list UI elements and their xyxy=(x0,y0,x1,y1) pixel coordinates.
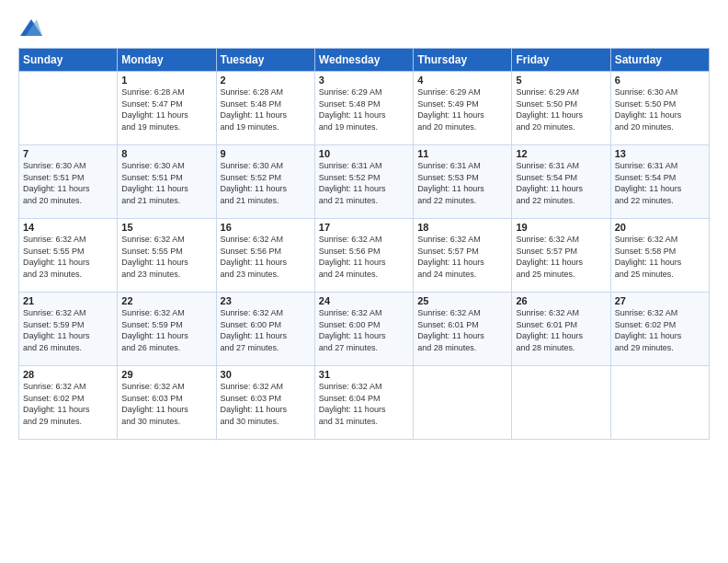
day-info: Sunrise: 6:31 AM Sunset: 5:52 PM Dayligh… xyxy=(319,160,409,206)
day-info: Sunrise: 6:30 AM Sunset: 5:51 PM Dayligh… xyxy=(121,160,211,206)
calendar-cell: 29Sunrise: 6:32 AM Sunset: 6:03 PM Dayli… xyxy=(118,366,216,440)
calendar-cell: 10Sunrise: 6:31 AM Sunset: 5:52 PM Dayli… xyxy=(314,145,413,219)
day-info: Sunrise: 6:29 AM Sunset: 5:49 PM Dayligh… xyxy=(417,86,507,132)
day-number: 30 xyxy=(221,369,311,380)
calendar-header-row: SundayMondayTuesdayWednesdayThursdayFrid… xyxy=(19,49,710,72)
day-info: Sunrise: 6:32 AM Sunset: 5:55 PM Dayligh… xyxy=(121,234,211,280)
calendar-cell: 14Sunrise: 6:32 AM Sunset: 5:55 PM Dayli… xyxy=(19,219,118,293)
day-info: Sunrise: 6:32 AM Sunset: 5:59 PM Dayligh… xyxy=(23,307,113,353)
calendar-cell: 31Sunrise: 6:32 AM Sunset: 6:04 PM Dayli… xyxy=(314,366,413,440)
calendar-cell: 21Sunrise: 6:32 AM Sunset: 5:59 PM Dayli… xyxy=(19,293,118,366)
day-number: 1 xyxy=(121,75,211,86)
calendar-cell: 7Sunrise: 6:30 AM Sunset: 5:51 PM Daylig… xyxy=(19,145,118,219)
day-number: 18 xyxy=(417,222,507,233)
calendar-cell: 25Sunrise: 6:32 AM Sunset: 6:01 PM Dayli… xyxy=(414,293,512,366)
day-number: 20 xyxy=(615,222,705,233)
day-number: 28 xyxy=(23,369,113,380)
calendar-cell xyxy=(610,366,709,440)
calendar-cell: 1Sunrise: 6:28 AM Sunset: 5:47 PM Daylig… xyxy=(118,72,216,145)
day-info: Sunrise: 6:28 AM Sunset: 5:47 PM Dayligh… xyxy=(121,86,211,132)
calendar-cell: 16Sunrise: 6:32 AM Sunset: 5:56 PM Dayli… xyxy=(216,219,314,293)
calendar-cell: 6Sunrise: 6:30 AM Sunset: 5:50 PM Daylig… xyxy=(610,72,709,145)
day-number: 4 xyxy=(417,75,507,86)
day-info: Sunrise: 6:32 AM Sunset: 6:03 PM Dayligh… xyxy=(121,381,211,427)
calendar-week-row: 28Sunrise: 6:32 AM Sunset: 6:02 PM Dayli… xyxy=(19,366,710,440)
calendar-cell: 5Sunrise: 6:29 AM Sunset: 5:50 PM Daylig… xyxy=(512,72,610,145)
day-info: Sunrise: 6:32 AM Sunset: 6:02 PM Dayligh… xyxy=(615,307,705,353)
day-number: 19 xyxy=(516,222,606,233)
day-info: Sunrise: 6:32 AM Sunset: 5:56 PM Dayligh… xyxy=(319,234,409,280)
day-info: Sunrise: 6:30 AM Sunset: 5:50 PM Dayligh… xyxy=(615,86,705,132)
calendar-cell: 30Sunrise: 6:32 AM Sunset: 6:03 PM Dayli… xyxy=(216,366,314,440)
calendar-cell: 20Sunrise: 6:32 AM Sunset: 5:58 PM Dayli… xyxy=(610,219,709,293)
logo xyxy=(18,17,42,39)
calendar-cell: 19Sunrise: 6:32 AM Sunset: 5:57 PM Dayli… xyxy=(512,219,610,293)
calendar-cell: 4Sunrise: 6:29 AM Sunset: 5:49 PM Daylig… xyxy=(414,72,512,145)
day-number: 16 xyxy=(221,222,311,233)
day-info: Sunrise: 6:28 AM Sunset: 5:48 PM Dayligh… xyxy=(221,86,311,132)
day-number: 24 xyxy=(319,295,409,306)
day-info: Sunrise: 6:32 AM Sunset: 6:01 PM Dayligh… xyxy=(417,307,507,353)
day-number: 6 xyxy=(615,75,705,86)
day-number: 22 xyxy=(121,295,211,306)
calendar-cell: 9Sunrise: 6:30 AM Sunset: 5:52 PM Daylig… xyxy=(216,145,314,219)
logo-icon xyxy=(20,17,42,39)
day-header-thursday: Thursday xyxy=(414,49,512,72)
day-info: Sunrise: 6:30 AM Sunset: 5:51 PM Dayligh… xyxy=(23,160,113,206)
day-number: 23 xyxy=(221,295,311,306)
day-info: Sunrise: 6:32 AM Sunset: 5:57 PM Dayligh… xyxy=(417,234,507,280)
day-header-friday: Friday xyxy=(512,49,610,72)
day-info: Sunrise: 6:32 AM Sunset: 6:00 PM Dayligh… xyxy=(221,307,311,353)
day-info: Sunrise: 6:32 AM Sunset: 6:01 PM Dayligh… xyxy=(516,307,606,353)
page: SundayMondayTuesdayWednesdayThursdayFrid… xyxy=(0,0,728,563)
calendar-table: SundayMondayTuesdayWednesdayThursdayFrid… xyxy=(18,48,710,440)
day-number: 15 xyxy=(121,222,211,233)
calendar-cell: 3Sunrise: 6:29 AM Sunset: 5:48 PM Daylig… xyxy=(314,72,413,145)
calendar-cell: 22Sunrise: 6:32 AM Sunset: 5:59 PM Dayli… xyxy=(118,293,216,366)
day-number: 5 xyxy=(516,75,606,86)
day-number: 3 xyxy=(319,75,409,86)
calendar-cell: 12Sunrise: 6:31 AM Sunset: 5:54 PM Dayli… xyxy=(512,145,610,219)
day-number: 21 xyxy=(23,295,113,306)
calendar-cell: 27Sunrise: 6:32 AM Sunset: 6:02 PM Dayli… xyxy=(610,293,709,366)
day-header-saturday: Saturday xyxy=(610,49,709,72)
day-number: 25 xyxy=(417,295,507,306)
day-info: Sunrise: 6:32 AM Sunset: 6:04 PM Dayligh… xyxy=(319,381,409,427)
day-info: Sunrise: 6:32 AM Sunset: 5:58 PM Dayligh… xyxy=(615,234,705,280)
day-number: 17 xyxy=(319,222,409,233)
day-number: 29 xyxy=(121,369,211,380)
calendar-cell: 8Sunrise: 6:30 AM Sunset: 5:51 PM Daylig… xyxy=(118,145,216,219)
day-number: 12 xyxy=(516,148,606,159)
calendar-cell: 28Sunrise: 6:32 AM Sunset: 6:02 PM Dayli… xyxy=(19,366,118,440)
day-header-wednesday: Wednesday xyxy=(314,49,413,72)
day-info: Sunrise: 6:32 AM Sunset: 6:03 PM Dayligh… xyxy=(221,381,311,427)
calendar-week-row: 1Sunrise: 6:28 AM Sunset: 5:47 PM Daylig… xyxy=(19,72,710,145)
day-header-tuesday: Tuesday xyxy=(216,49,314,72)
calendar-cell: 13Sunrise: 6:31 AM Sunset: 5:54 PM Dayli… xyxy=(610,145,709,219)
calendar-cell: 18Sunrise: 6:32 AM Sunset: 5:57 PM Dayli… xyxy=(414,219,512,293)
day-header-monday: Monday xyxy=(118,49,216,72)
day-number: 7 xyxy=(23,148,113,159)
calendar-cell xyxy=(414,366,512,440)
calendar-cell: 11Sunrise: 6:31 AM Sunset: 5:53 PM Dayli… xyxy=(414,145,512,219)
calendar-cell: 24Sunrise: 6:32 AM Sunset: 6:00 PM Dayli… xyxy=(314,293,413,366)
calendar-week-row: 14Sunrise: 6:32 AM Sunset: 5:55 PM Dayli… xyxy=(19,219,710,293)
calendar-week-row: 21Sunrise: 6:32 AM Sunset: 5:59 PM Dayli… xyxy=(19,293,710,366)
calendar-cell xyxy=(512,366,610,440)
calendar-cell: 17Sunrise: 6:32 AM Sunset: 5:56 PM Dayli… xyxy=(314,219,413,293)
day-number: 31 xyxy=(319,369,409,380)
day-info: Sunrise: 6:32 AM Sunset: 6:00 PM Dayligh… xyxy=(319,307,409,353)
day-number: 9 xyxy=(221,148,311,159)
day-info: Sunrise: 6:32 AM Sunset: 5:55 PM Dayligh… xyxy=(23,234,113,280)
day-info: Sunrise: 6:30 AM Sunset: 5:52 PM Dayligh… xyxy=(221,160,311,206)
day-number: 13 xyxy=(615,148,705,159)
calendar-cell: 15Sunrise: 6:32 AM Sunset: 5:55 PM Dayli… xyxy=(118,219,216,293)
day-info: Sunrise: 6:32 AM Sunset: 5:59 PM Dayligh… xyxy=(121,307,211,353)
header xyxy=(18,17,710,39)
day-info: Sunrise: 6:29 AM Sunset: 5:50 PM Dayligh… xyxy=(516,86,606,132)
day-number: 10 xyxy=(319,148,409,159)
calendar-cell: 23Sunrise: 6:32 AM Sunset: 6:00 PM Dayli… xyxy=(216,293,314,366)
day-number: 2 xyxy=(221,75,311,86)
day-number: 8 xyxy=(121,148,211,159)
calendar-cell: 2Sunrise: 6:28 AM Sunset: 5:48 PM Daylig… xyxy=(216,72,314,145)
